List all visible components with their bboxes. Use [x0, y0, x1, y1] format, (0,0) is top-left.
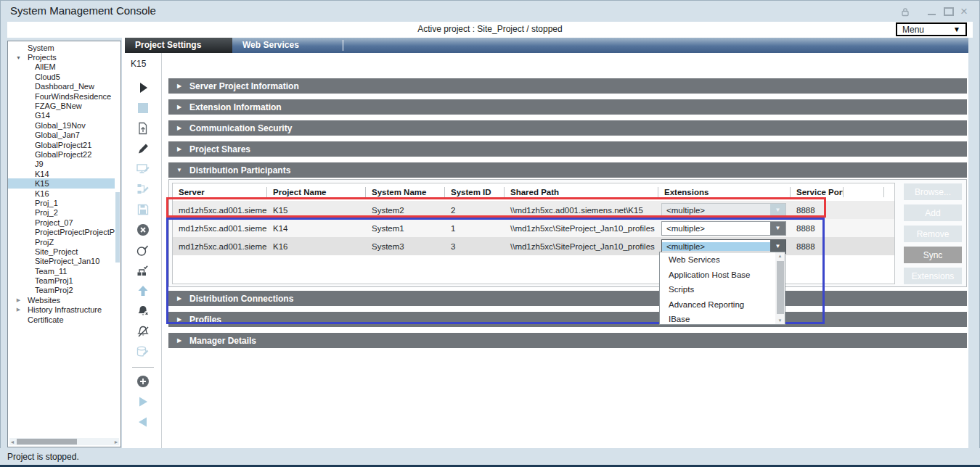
close-button[interactable]: × — [957, 6, 971, 17]
column-header-extensions[interactable]: Extensions — [658, 187, 791, 197]
tree-item-k14[interactable]: K14 — [8, 169, 115, 178]
column-header-blank[interactable] — [844, 187, 884, 197]
column-header-system-name[interactable]: System Name — [366, 187, 445, 197]
tree-item-teamproj2[interactable]: TeamProj2 — [8, 286, 115, 295]
tree-horizontal-scrollbar[interactable]: ◄ ► — [9, 438, 119, 445]
expand-arrow-icon[interactable]: ▶ — [176, 125, 183, 131]
scroll-left-icon[interactable]: ◄ — [9, 439, 15, 445]
tree-item-globalproject21[interactable]: GlobalProject21 — [8, 140, 115, 149]
menu-dropdown[interactable]: Menu ▼ — [896, 22, 967, 36]
section-manager-details[interactable]: ▶Manager Details — [168, 333, 967, 348]
tree-item-projects[interactable]: ▼Projects — [8, 52, 115, 62]
scroll-up-icon[interactable]: ▲ — [775, 254, 785, 258]
expand-arrow-icon[interactable]: ▶ — [15, 307, 23, 313]
extensions-option-web-services[interactable]: Web Services — [660, 252, 785, 268]
section-distribution-connections[interactable]: ▶Distribution Connections — [168, 291, 967, 306]
tree-item-websites[interactable]: ▶Websites — [8, 295, 115, 305]
tree-item-label: System — [28, 44, 54, 52]
tree-item-label: Certificate — [28, 315, 64, 324]
section-extension-information[interactable]: ▶Extension Information — [168, 99, 967, 115]
expand-arrow-icon[interactable]: ▶ — [176, 104, 183, 110]
section-profiles[interactable]: ▶Profiles — [168, 312, 967, 327]
cell: System2 — [366, 206, 445, 215]
extensions-option-advanced-reporting[interactable]: Advanced Reporting — [660, 297, 785, 313]
sync-button[interactable]: Sync — [904, 247, 962, 263]
tree-item-cloud5[interactable]: Cloud5 — [8, 72, 115, 81]
restore-notifications-icon[interactable] — [136, 324, 150, 339]
tree-item-k15[interactable]: K15 — [8, 178, 115, 188]
column-header-shared-path[interactable]: Shared Path — [505, 187, 658, 197]
export-project-icon[interactable] — [136, 121, 150, 136]
tree-item-fzag-bnew[interactable]: FZAG_BNew — [8, 101, 115, 110]
extensions-combobox[interactable]: <multiple>▼ — [661, 221, 786, 236]
participant-row-k14[interactable]: md1zh5xc.ad001.siemensK14System11\\md1zh… — [173, 219, 894, 237]
tree-vertical-scrollbar[interactable] — [115, 43, 120, 435]
tree-item-teamproj1[interactable]: TeamProj1 — [8, 276, 115, 285]
tree-item-certificate[interactable]: Certificate — [8, 315, 115, 324]
scrollbar-thumb[interactable] — [17, 439, 77, 445]
add-button: Add — [904, 204, 962, 221]
collapse-arrow-icon[interactable]: ▼ — [15, 55, 23, 60]
scroll-right-icon[interactable]: ► — [113, 439, 119, 445]
scrollbar-thumb[interactable] — [777, 261, 784, 314]
section-project-shares[interactable]: ▶Project Shares — [168, 141, 967, 157]
disable-notifications-icon[interactable] — [136, 304, 150, 318]
tree-item-proj-1[interactable]: Proj_1 — [8, 198, 115, 207]
edit-project-icon[interactable] — [136, 141, 150, 156]
tab-project-settings[interactable]: Project Settings — [125, 38, 232, 53]
tree-item-site-project[interactable]: Site_Project — [8, 247, 115, 256]
section-server-project-information[interactable]: ▶Server Project Information — [168, 78, 967, 94]
tree-item-globalproject22[interactable]: GlobalProject22 — [8, 149, 115, 159]
tree-item-label: Site_Project — [35, 247, 78, 256]
participant-row-k15[interactable]: md1zh5xc.ad001.siemensK15System22\\md1zh… — [173, 201, 894, 219]
network-check-icon[interactable] — [136, 263, 150, 278]
tree-item-siteproject-jan10[interactable]: SiteProject_Jan10 — [8, 257, 115, 266]
section-communication-security[interactable]: ▶Communication Security — [168, 120, 967, 136]
expand-arrow-icon[interactable]: ▶ — [176, 337, 183, 344]
add-project-icon[interactable] — [136, 374, 150, 389]
extensions-option-ibase[interactable]: IBase — [660, 312, 785, 325]
extensions-option-scripts[interactable]: Scripts — [660, 282, 785, 297]
expand-arrow-icon[interactable]: ▶ — [15, 297, 23, 303]
participant-row-k16[interactable]: md1zh5xc.ad001.siemensK16System33\\md1zh… — [173, 237, 894, 255]
tree-item-fourwindsresidence[interactable]: FourWindsResidence — [8, 91, 115, 101]
column-header-project-name[interactable]: Project Name — [267, 187, 366, 197]
tree-item-dashboard-new[interactable]: Dashboard_New — [8, 82, 115, 91]
tree-item-history-infrastructure[interactable]: ▶History Infrastructure — [8, 305, 115, 315]
extensions-option-application-host-base[interactable]: Application Host Base — [660, 268, 785, 283]
expand-arrow-icon[interactable]: ▶ — [176, 146, 183, 152]
tree-item-team-11[interactable]: Team_11 — [8, 266, 115, 276]
tree-item-project-07[interactable]: Project_07 — [8, 218, 115, 227]
tree-item-global-19nov[interactable]: Global_19Nov — [8, 120, 115, 130]
tab-web-services-settings[interactable]: Web Services Settings — [232, 38, 343, 53]
tree-item-j9[interactable]: J9 — [8, 160, 115, 169]
collapse-arrow-icon[interactable]: ▼ — [176, 167, 183, 173]
tree-item-proj-2[interactable]: Proj_2 — [8, 208, 115, 218]
combo-dropdown-icon[interactable]: ▼ — [770, 240, 785, 253]
section-distribution-participants[interactable]: ▼Distribution Participants — [168, 162, 967, 178]
minimize-button[interactable] — [925, 6, 938, 17]
delete-project-icon[interactable] — [136, 223, 150, 237]
expand-arrow-icon[interactable]: ▶ — [176, 295, 183, 302]
expand-arrow-icon[interactable]: ▶ — [176, 316, 183, 323]
tree-item-label: K16 — [35, 189, 49, 198]
maximize-button[interactable] — [942, 6, 955, 17]
tree-item-projz[interactable]: ProjZ — [8, 237, 115, 247]
tree-item-system[interactable]: System — [8, 43, 115, 52]
column-header-server[interactable]: Server — [173, 187, 267, 197]
tree-item-allem[interactable]: AllEM — [8, 62, 115, 72]
tree-item-projectprojectprojectp[interactable]: ProjectProjectProjectP — [8, 227, 115, 236]
dropdown-scrollbar[interactable]: ▲ ▼ — [775, 252, 785, 324]
start-project-icon[interactable] — [136, 80, 150, 95]
verify-project-icon[interactable] — [136, 243, 150, 257]
column-header-service-port[interactable]: Service Port — [791, 187, 844, 197]
cell: System1 — [366, 224, 445, 233]
tree-item-k16[interactable]: K16 — [8, 189, 115, 198]
tree-item-g14[interactable]: G14 — [8, 111, 115, 120]
combo-dropdown-icon[interactable]: ▼ — [770, 222, 785, 235]
column-header-system-id[interactable]: System ID — [445, 187, 505, 197]
section-label: Manager Details — [189, 336, 256, 346]
scroll-down-icon[interactable]: ▼ — [775, 318, 785, 323]
expand-arrow-icon[interactable]: ▶ — [176, 83, 183, 89]
tree-item-global-jan7[interactable]: Global_Jan7 — [8, 131, 115, 140]
